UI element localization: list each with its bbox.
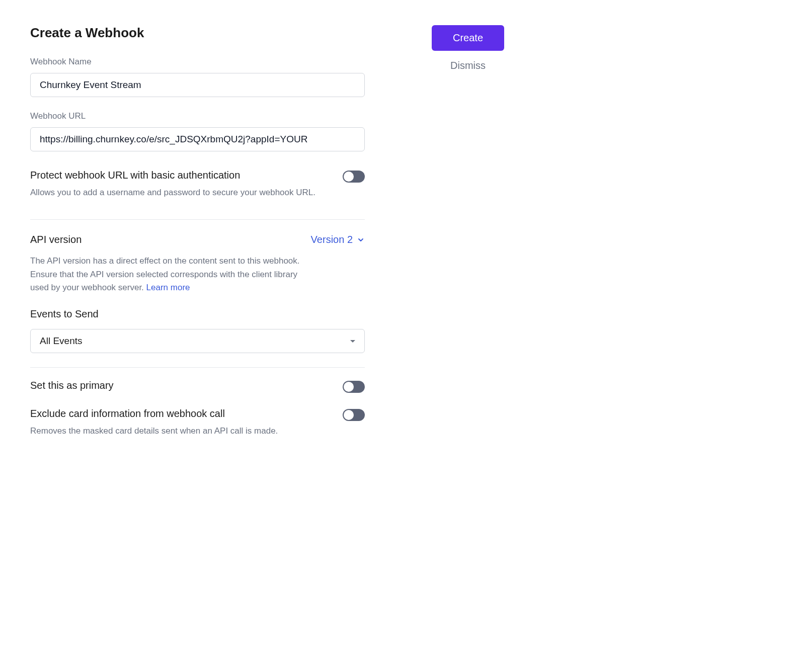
- api-version-selected: Version 2: [311, 234, 353, 245]
- chevron-down-icon: [357, 236, 365, 244]
- protect-auth-toggle[interactable]: [343, 171, 365, 183]
- webhook-url-input[interactable]: [30, 127, 365, 151]
- protect-auth-title: Protect webhook URL with basic authentic…: [30, 170, 315, 181]
- webhook-name-input[interactable]: [30, 73, 365, 97]
- page-title: Create a Webhook: [30, 25, 365, 41]
- exclude-card-toggle[interactable]: [343, 409, 365, 421]
- set-primary-setting: Set this as primary: [30, 380, 365, 393]
- api-version-select[interactable]: Version 2: [311, 234, 365, 245]
- divider: [30, 219, 365, 220]
- create-button[interactable]: Create: [432, 25, 504, 51]
- dismiss-button[interactable]: Dismiss: [450, 60, 486, 71]
- protect-auth-desc: Allows you to add a username and passwor…: [30, 186, 315, 199]
- set-primary-toggle[interactable]: [343, 381, 365, 393]
- caret-down-icon: [350, 340, 355, 343]
- protect-auth-setting: Protect webhook URL with basic authentic…: [30, 170, 365, 199]
- webhook-url-field: Webhook URL: [30, 111, 365, 151]
- learn-more-link[interactable]: Learn more: [146, 283, 190, 292]
- api-version-desc: The API version has a direct effect on t…: [30, 255, 302, 294]
- exclude-card-title: Exclude card information from webhook ca…: [30, 408, 278, 419]
- webhook-name-label: Webhook Name: [30, 57, 365, 67]
- api-version-section: API version Version 2 The API version ha…: [30, 234, 365, 294]
- divider: [30, 367, 365, 368]
- events-label: Events to Send: [30, 308, 365, 320]
- webhook-name-field: Webhook Name: [30, 57, 365, 97]
- webhook-url-label: Webhook URL: [30, 111, 365, 121]
- api-version-label: API version: [30, 234, 82, 245]
- events-select[interactable]: All Events: [30, 329, 365, 353]
- exclude-card-setting: Exclude card information from webhook ca…: [30, 408, 365, 438]
- set-primary-title: Set this as primary: [30, 380, 114, 391]
- events-selected: All Events: [40, 335, 82, 347]
- exclude-card-desc: Removes the masked card details sent whe…: [30, 425, 278, 438]
